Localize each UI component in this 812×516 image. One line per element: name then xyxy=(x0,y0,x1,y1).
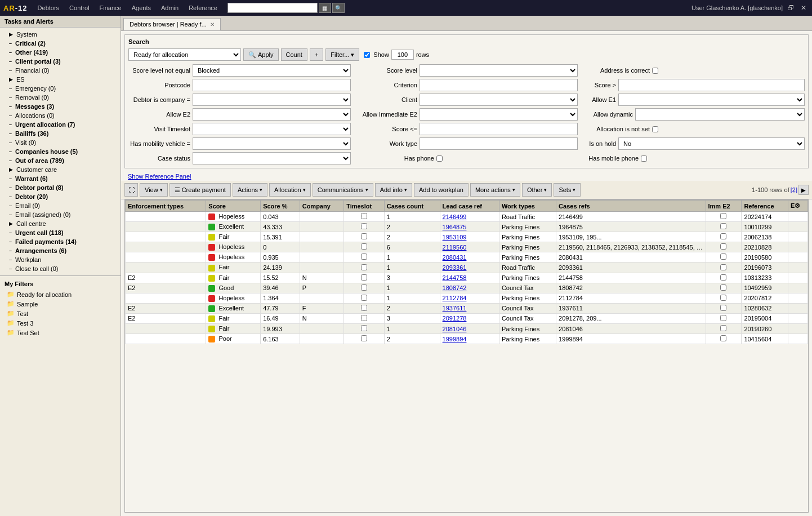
search-icon[interactable]: 🔍 xyxy=(332,3,345,13)
cell-timeslot[interactable] xyxy=(344,263,385,273)
cell-imm-e2[interactable] xyxy=(706,273,742,283)
allocation-button[interactable]: Allocation ▾ xyxy=(269,183,311,197)
col-header-cases-refs[interactable]: Cases refs xyxy=(556,201,706,212)
fullscreen-button[interactable]: ⛶ xyxy=(124,183,138,197)
cell-timeslot[interactable] xyxy=(344,222,385,232)
menu-admin[interactable]: Admin xyxy=(157,3,183,13)
cell-lead-case-ref[interactable]: 2144758 xyxy=(440,273,499,283)
col-header-extra[interactable]: E⚙ xyxy=(788,201,807,212)
cell-timeslot[interactable] xyxy=(344,293,385,303)
cell-lead-case-ref[interactable]: 2081046 xyxy=(440,324,499,334)
other-button[interactable]: Other ▾ xyxy=(522,183,552,197)
sidebar-item-bailiffs[interactable]: –Bailiffs (36) xyxy=(0,129,121,138)
debtor-is-company-dropdown[interactable] xyxy=(193,94,351,106)
allow-e1-dropdown[interactable] xyxy=(618,94,805,106)
sidebar-item-call-centre[interactable]: ▶Call centre xyxy=(0,219,121,228)
cell-lead-case-ref[interactable]: 1999894 xyxy=(440,334,499,344)
col-header-cases-count[interactable]: Cases count xyxy=(384,201,440,212)
allow-immediate-e2-dropdown[interactable] xyxy=(420,108,578,121)
cell-lead-case-ref[interactable]: 2146499 xyxy=(440,212,499,222)
sidebar-item-urgent-call[interactable]: –Urgent call (118) xyxy=(0,228,121,237)
cell-timeslot[interactable] xyxy=(344,273,385,283)
is-on-hold-dropdown[interactable]: No xyxy=(618,137,805,150)
cell-imm-e2[interactable] xyxy=(706,242,742,252)
menu-control[interactable]: Control xyxy=(65,3,93,13)
apply-button[interactable]: 🔍 Apply xyxy=(243,48,279,61)
sidebar-item-companies-house[interactable]: –Companies house (5) xyxy=(0,147,121,156)
sidebar-item-messages[interactable]: –Messages (3) xyxy=(0,102,121,111)
close-button[interactable]: ✕ xyxy=(798,4,809,12)
create-payment-button[interactable]: ☰ Create payment xyxy=(169,183,231,197)
filter-ready-for-allocation[interactable]: 📁 Ready for allocation xyxy=(0,290,121,299)
col-header-imm-e2[interactable]: Imm E2 xyxy=(706,201,742,212)
criterion-input[interactable] xyxy=(420,79,578,91)
sidebar-item-warrant[interactable]: –Warrant (6) xyxy=(0,174,121,183)
sidebar-item-client-portal[interactable]: –Client portal (3) xyxy=(0,57,121,66)
communications-button[interactable]: Communications ▾ xyxy=(313,183,373,197)
postcode-input[interactable] xyxy=(193,79,351,91)
cell-timeslot[interactable] xyxy=(344,334,385,344)
sidebar-item-es[interactable]: ▶ES xyxy=(0,75,121,84)
cell-timeslot[interactable] xyxy=(344,232,385,242)
client-dropdown[interactable] xyxy=(420,94,578,106)
sidebar-item-removal[interactable]: –Removal (0) xyxy=(0,93,121,102)
table-row[interactable]: Hopeless 062119560Parking Fines2119560, … xyxy=(126,242,808,252)
cell-imm-e2[interactable] xyxy=(706,232,742,242)
more-actions-button[interactable]: More actions ▾ xyxy=(470,183,520,197)
has-phone-checkbox[interactable] xyxy=(436,155,443,162)
cell-imm-e2[interactable] xyxy=(706,252,742,263)
cell-timeslot[interactable] xyxy=(344,212,385,222)
cell-imm-e2[interactable] xyxy=(706,313,742,323)
sidebar-item-out-of-area[interactable]: –Out of area (789) xyxy=(0,156,121,165)
show-checkbox[interactable] xyxy=(364,52,370,58)
cell-timeslot[interactable] xyxy=(344,283,385,293)
filter-test[interactable]: 📁 Test xyxy=(0,309,121,318)
table-row[interactable]: E2 Fair 16.49N32091278Council Tax2091278… xyxy=(126,313,808,323)
score-level-not-equal-dropdown[interactable]: Blocked xyxy=(193,64,351,77)
sidebar-item-financial[interactable]: –Financial (0) xyxy=(0,66,121,75)
cell-imm-e2[interactable] xyxy=(706,334,742,344)
col-header-score-pct[interactable]: Score % xyxy=(261,201,300,212)
score-gt-input[interactable] xyxy=(618,79,805,91)
table-row[interactable]: Fair 19.99312081046Parking Fines20810462… xyxy=(126,324,808,334)
sidebar-item-system[interactable]: ▶System xyxy=(0,30,121,39)
col-header-lead-case-ref[interactable]: Lead case ref xyxy=(440,201,499,212)
cell-lead-case-ref[interactable]: 2093361 xyxy=(440,263,499,273)
table-row[interactable]: Excellent 43.33321964875Parking Fines196… xyxy=(126,222,808,232)
cell-imm-e2[interactable] xyxy=(706,222,742,232)
sidebar-item-critical[interactable]: –Critical (2) xyxy=(0,39,121,48)
sidebar-item-workplan[interactable]: –Workplan xyxy=(0,255,121,264)
score-level-dropdown[interactable] xyxy=(420,64,578,77)
work-type-input[interactable] xyxy=(420,137,578,150)
table-row[interactable]: Hopeless 0.04312146499Road Traffic214649… xyxy=(126,212,808,222)
cell-imm-e2[interactable] xyxy=(706,303,742,313)
table-row[interactable]: E2 Excellent 47.79F21937611Council Tax19… xyxy=(126,303,808,313)
filter-button[interactable]: Filter... ▾ xyxy=(325,48,359,61)
menu-reference[interactable]: Reference xyxy=(184,3,222,13)
has-mobile-phone-checkbox[interactable] xyxy=(641,155,647,162)
col-header-timeslot[interactable]: Timeslot xyxy=(344,201,385,212)
allocation-not-set-checkbox[interactable] xyxy=(652,126,658,132)
sidebar-item-arrangements[interactable]: –Arrangements (6) xyxy=(0,246,121,255)
sidebar-item-visit[interactable]: –Visit (0) xyxy=(0,138,121,147)
col-header-company[interactable]: Company xyxy=(300,201,343,212)
cell-imm-e2[interactable] xyxy=(706,283,742,293)
filter-type-dropdown[interactable]: Ready for allocation xyxy=(128,48,241,61)
actions-button[interactable]: Actions ▾ xyxy=(233,183,267,197)
sidebar-item-failed-payments[interactable]: –Failed payments (14) xyxy=(0,237,121,246)
sidebar-item-email-assigned[interactable]: –Email (assigned) (0) xyxy=(0,210,121,219)
sidebar-item-debtor-portal[interactable]: –Debtor portal (8) xyxy=(0,183,121,192)
sidebar-item-emergency[interactable]: –Emergency (0) xyxy=(0,84,121,93)
cell-timeslot[interactable] xyxy=(344,252,385,263)
cell-lead-case-ref[interactable]: 1937611 xyxy=(440,303,499,313)
menu-finance[interactable]: Finance xyxy=(95,3,126,13)
tab-close-button[interactable]: ✕ xyxy=(210,21,215,28)
add-to-workplan-button[interactable]: Add to workplan xyxy=(414,183,469,197)
plus-button[interactable]: + xyxy=(310,48,323,61)
allow-dynamic-dropdown[interactable] xyxy=(635,108,805,121)
rows-count-input[interactable] xyxy=(391,50,414,60)
cell-timeslot[interactable] xyxy=(344,313,385,323)
tab-debtors-browser[interactable]: Debtors browser | Ready f... ✕ xyxy=(123,18,221,30)
sidebar-item-close-to-call[interactable]: –Close to call (0) xyxy=(0,264,121,273)
cell-lead-case-ref[interactable]: 2112784 xyxy=(440,293,499,303)
